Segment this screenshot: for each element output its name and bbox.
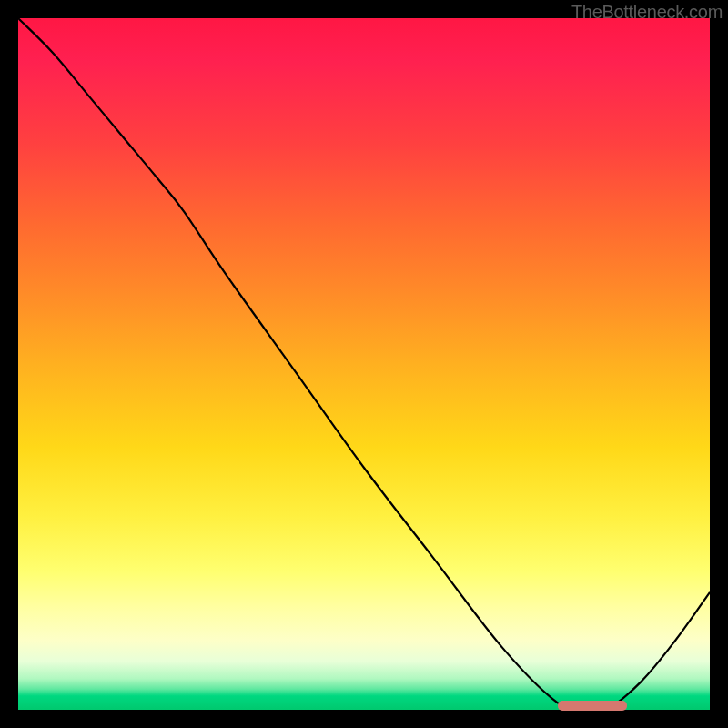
plot-area — [18, 18, 710, 710]
watermark: TheBottleneck.com — [571, 2, 723, 23]
bottleneck-curve — [18, 18, 710, 710]
optimal-range-marker — [558, 701, 627, 711]
